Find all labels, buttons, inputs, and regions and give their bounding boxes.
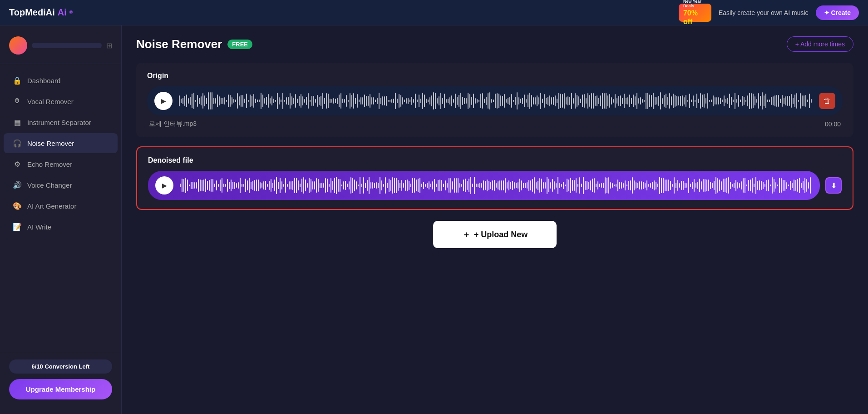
upload-container: ＋ + Upload New [136, 221, 853, 248]
header-right: New Year Deals 70% off Easily create you… [679, 4, 859, 22]
origin-file-duration: 00:00 [825, 120, 841, 128]
avatar [9, 36, 27, 55]
ai-write-icon: 📝 [13, 222, 22, 231]
sidebar-item-ai-write[interactable]: 📝 AI Write [4, 217, 118, 237]
denoised-play-button[interactable]: ▶ [155, 176, 173, 195]
sidebar-item-label-vocal-remover: Vocal Remover [27, 98, 74, 105]
sidebar-item-vocal-remover[interactable]: 🎙 Vocal Remover [4, 91, 118, 111]
upload-new-label: + Upload New [474, 230, 528, 239]
sidebar-item-label-ai-art: AI Art Generator [27, 202, 76, 210]
sidebar-item-label-ai-write: AI Write [27, 223, 51, 231]
denoised-waveform [180, 176, 813, 195]
origin-play-button[interactable]: ▶ [154, 92, 173, 110]
sidebar-item-dashboard[interactable]: 🔒 Dashboard [4, 70, 118, 90]
denoised-section: Denoised file ▶ ⬇ [136, 146, 853, 210]
page-title-row: Noise Remover FREE [136, 37, 252, 51]
origin-player: ▶ 🗑 [147, 86, 843, 115]
upgrade-membership-button[interactable]: Upgrade Membership [9, 379, 112, 399]
free-badge: FREE [227, 40, 252, 49]
logo-text: TopMediAi [9, 7, 55, 18]
upload-plus-icon: ＋ [462, 229, 470, 240]
origin-delete-button[interactable]: 🗑 [819, 93, 835, 109]
app-logo: TopMediAiAi® [9, 7, 73, 18]
vocal-remover-icon: 🎙 [13, 97, 22, 106]
sidebar-bottom: 6/10 Conversion Left Upgrade Membership [0, 352, 121, 407]
sidebar-nav: 🔒 Dashboard 🎙 Vocal Remover ▦ Instrument… [0, 70, 121, 238]
sidebar-item-ai-art[interactable]: 🎨 AI Art Generator [4, 196, 118, 216]
instrument-icon: ▦ [13, 118, 22, 127]
sidebar-item-label-dashboard: Dashboard [27, 77, 60, 85]
add-more-times-button[interactable]: + Add more times [787, 36, 853, 52]
dashboard-icon: 🔒 [13, 76, 22, 85]
sidebar: ⊞ 🔒 Dashboard 🎙 Vocal Remover ▦ Instrume… [0, 25, 122, 414]
origin-file-name: 로제 인터뷰.mp3 [149, 120, 197, 128]
origin-title: Origin [147, 72, 843, 80]
voice-changer-icon: 🔊 [13, 180, 22, 190]
page-title: Noise Remover [136, 37, 222, 51]
sidebar-item-label-instrument: Instrument Separator [27, 119, 91, 126]
origin-waveform [179, 92, 813, 110]
user-section: ⊞ [0, 33, 121, 64]
upload-new-button[interactable]: ＋ + Upload New [433, 221, 557, 248]
user-settings-icon[interactable]: ⊞ [106, 41, 112, 50]
denoised-player: ▶ [148, 171, 820, 200]
sidebar-item-voice-changer[interactable]: 🔊 Voice Changer [4, 175, 118, 195]
conversion-count: 6/10 [32, 363, 43, 370]
new-year-badge: New Year Deals 70% off [679, 4, 711, 22]
echo-remover-icon: ⚙ [13, 160, 22, 169]
sidebar-item-label-noise-remover: Noise Remover [27, 140, 74, 147]
denoised-player-row: ▶ ⬇ [148, 171, 842, 200]
origin-section: Origin ▶ 🗑 로제 인터뷰.mp3 00:00 [136, 63, 853, 137]
denoised-download-button[interactable]: ⬇ [825, 177, 842, 194]
sidebar-item-label-echo-remover: Echo Remover [27, 160, 72, 168]
conversion-info: 6/10 Conversion Left [9, 359, 112, 374]
content-header: Noise Remover FREE + Add more times [136, 36, 853, 52]
app-header: TopMediAiAi® New Year Deals 70% off Easi… [0, 0, 868, 25]
new-year-label: New Year Deals [683, 0, 707, 9]
conversion-label: Conversion Left [44, 363, 89, 370]
discount-label: 70% off [683, 9, 707, 26]
sidebar-item-noise-remover[interactable]: 🎧 Noise Remover [4, 133, 118, 153]
user-name-bar [32, 43, 102, 48]
ai-art-icon: 🎨 [13, 201, 22, 210]
sidebar-item-label-voice-changer: Voice Changer [27, 181, 72, 189]
ai-music-text: Easily create your own AI music [719, 9, 809, 16]
sidebar-item-instrument-separator[interactable]: ▦ Instrument Separator [4, 112, 118, 132]
denoised-title: Denoised file [148, 156, 842, 165]
sidebar-item-echo-remover[interactable]: ⚙ Echo Remover [4, 154, 118, 174]
main-layout: ⊞ 🔒 Dashboard 🎙 Vocal Remover ▦ Instrume… [0, 25, 868, 414]
origin-file-info: 로제 인터뷰.mp3 00:00 [147, 120, 843, 128]
main-content: Noise Remover FREE + Add more times Orig… [122, 25, 868, 414]
create-button[interactable]: ✦ Create [816, 5, 859, 20]
noise-remover-icon: 🎧 [13, 139, 22, 148]
